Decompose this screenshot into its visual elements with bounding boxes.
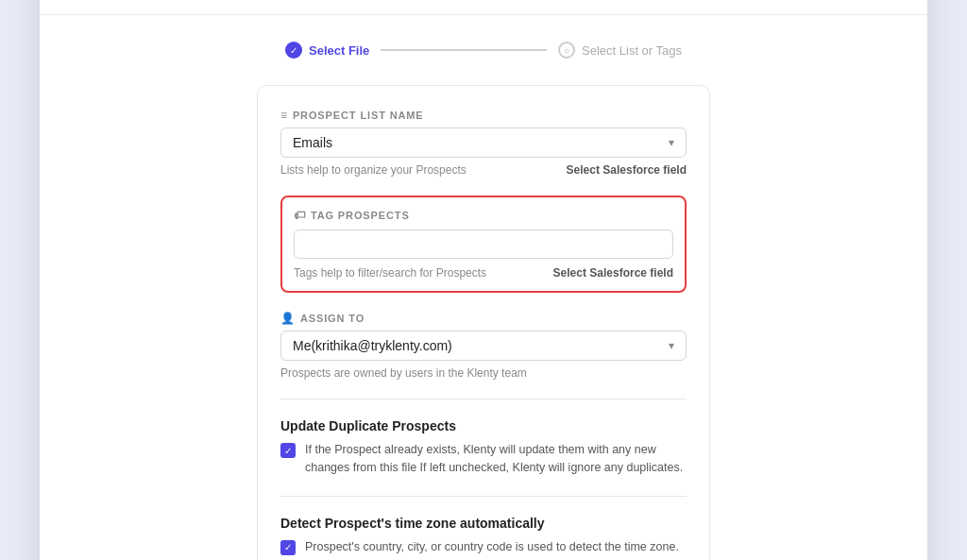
check-icon: ✓ [284, 446, 292, 456]
assign-to-label: 👤 ASSIGN TO [280, 312, 687, 325]
prospect-list-value: Emails [293, 135, 332, 150]
detect-timezone-section: Detect Prospect's time zone automaticall… [280, 516, 687, 556]
tag-prospects-label-text: TAG PROSPECTS [311, 210, 410, 221]
detect-timezone-checkbox[interactable]: ✓ [280, 540, 296, 555]
divider-1 [280, 399, 687, 399]
tag-prospects-helper-row: Tags help to filter/search for Prospects… [294, 266, 673, 280]
assign-to-label-text: ASSIGN TO [300, 313, 365, 324]
detect-timezone-desc: Prospect's country, city, or country cod… [305, 538, 679, 556]
step-select-file: ✓ Select File [285, 42, 369, 59]
detect-timezone-title: Detect Prospect's time zone automaticall… [280, 516, 687, 531]
tag-icon: 🏷 [294, 209, 306, 222]
step-2-dot-icon: ○ [564, 45, 569, 56]
step-1-check-icon: ✓ [290, 45, 297, 56]
detect-timezone-row: ✓ Prospect's country, city, or country c… [280, 538, 687, 556]
assign-to-helper-text: Prospects are owned by users in the Klen… [280, 366, 687, 380]
prospect-list-section: ≡ PROSPECT LIST NAME Emails ▾ Lists help… [280, 109, 687, 177]
tag-prospects-label: 🏷 TAG PROSPECTS [294, 209, 673, 222]
tag-prospects-input[interactable] [294, 229, 673, 259]
assign-to-chevron-icon: ▾ [669, 339, 674, 352]
update-duplicates-desc: If the Prospect already exists, Klenty w… [305, 441, 687, 477]
assign-to-value: Me(krithika@tryklenty.com) [293, 338, 452, 353]
person-icon: 👤 [280, 312, 296, 325]
update-duplicates-section: Update Duplicate Prospects ✓ If the Pros… [280, 418, 687, 477]
update-duplicates-checkbox[interactable]: ✓ [280, 443, 296, 458]
tag-prospects-sf-link[interactable]: Select Salesforce field [553, 266, 673, 280]
form-card: ≡ PROSPECT LIST NAME Emails ▾ Lists help… [257, 85, 710, 560]
modal-header: ‹ ☁ Import from Salesforce Start Import … [40, 0, 927, 15]
tag-prospects-section: 🏷 TAG PROSPECTS Tags help to filter/sear… [280, 195, 687, 293]
step-select-list: ○ Select List or Tags [558, 42, 682, 59]
assign-to-select[interactable]: Me(krithika@tryklenty.com) ▾ [280, 331, 687, 361]
update-duplicates-row: ✓ If the Prospect already exists, Klenty… [280, 441, 687, 477]
modal-body: ✓ Select File ○ Select List or Tags ≡ PR… [40, 15, 927, 560]
assign-to-section: 👤 ASSIGN TO Me(krithika@tryklenty.com) ▾… [280, 312, 687, 380]
step-2-circle: ○ [558, 42, 575, 59]
prospect-list-helper-row: Lists help to organize your Prospects Se… [280, 163, 687, 177]
prospect-list-select[interactable]: Emails ▾ [280, 127, 687, 158]
prospect-list-sf-link[interactable]: Select Salesforce field [567, 163, 687, 177]
prospect-list-helper-text: Lists help to organize your Prospects [280, 163, 467, 177]
update-duplicates-title: Update Duplicate Prospects [280, 418, 687, 433]
import-modal: ‹ ☁ Import from Salesforce Start Import … [40, 0, 927, 560]
tag-prospects-helper-text: Tags help to filter/search for Prospects [294, 266, 486, 280]
check-icon-2: ✓ [284, 542, 292, 552]
step-divider [381, 49, 547, 51]
prospect-list-label-text: PROSPECT LIST NAME [293, 110, 424, 121]
chevron-down-icon: ▾ [669, 136, 674, 149]
prospect-list-label: ≡ PROSPECT LIST NAME [280, 109, 687, 122]
step-1-circle: ✓ [285, 42, 302, 59]
divider-2 [280, 496, 687, 497]
list-icon: ≡ [280, 109, 288, 122]
steps-bar: ✓ Select File ○ Select List or Tags [285, 42, 682, 59]
step-1-label: Select File [309, 43, 369, 58]
step-2-label: Select List or Tags [582, 43, 682, 58]
